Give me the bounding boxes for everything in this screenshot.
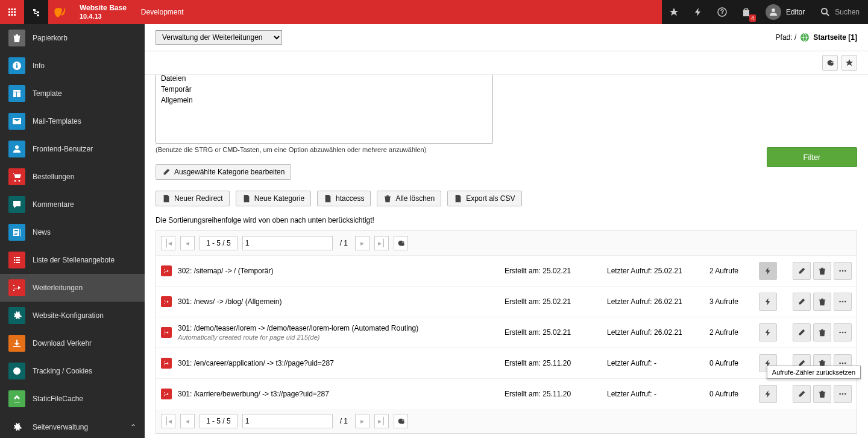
next-page-icon[interactable]: ▸ (355, 236, 370, 250)
news-icon (8, 224, 25, 241)
row-created: Erstellt am: 25.11.20 (505, 359, 601, 367)
first-page-icon[interactable]: ⎮◂ (161, 414, 175, 428)
main: DateienTemporärAllgemein (Benutze die ST… (145, 75, 868, 438)
gear-icon (8, 419, 25, 436)
help-icon[interactable] (710, 0, 734, 24)
row-lasthit: Letzter Aufruf: - (607, 359, 703, 367)
edit-category-button[interactable]: Ausgewählte Kategorie bearbeiten (156, 164, 291, 180)
redirect-item-icon (161, 265, 172, 276)
row-title: 301: /demo/teaser/lorem -> /demo/teaser/… (178, 324, 498, 341)
edit-button[interactable] (793, 262, 811, 280)
sidebar-item-download[interactable]: Download Verkehr (0, 329, 145, 357)
row-hits: 3 Aufrufe (709, 297, 753, 306)
page-tree-icon[interactable] (24, 0, 48, 24)
sidebar-item-redirect[interactable]: Weiterleitungen (0, 274, 145, 302)
cookie-icon (8, 363, 25, 379)
sidebar-item-cookie[interactable]: Tracking / Cookies (0, 357, 145, 385)
reset-counter-button[interactable] (759, 262, 777, 280)
reset-counter-button[interactable] (759, 323, 777, 341)
page-input[interactable] (242, 236, 333, 250)
list-icon (8, 252, 25, 268)
doc-actions (145, 51, 868, 75)
reset-counter-button[interactable] (759, 385, 777, 403)
next-page-icon[interactable]: ▸ (355, 414, 370, 428)
prev-page-icon[interactable]: ◂ (180, 236, 195, 250)
refresh-icon[interactable] (394, 236, 408, 250)
sidebar-item-label: Bestellungen (33, 173, 74, 181)
template-icon (8, 85, 25, 102)
sidebar-section[interactable]: Seitenverwaltung⌃ (0, 413, 145, 438)
sidebar-item-news[interactable]: News (0, 218, 145, 246)
edit-button[interactable] (793, 385, 811, 403)
first-page-icon[interactable]: ⎮◂ (161, 236, 175, 250)
listbox-option[interactable]: Allgemein (156, 95, 492, 106)
notifications-icon[interactable]: 4 (734, 0, 758, 24)
sidebar-item-cache[interactable]: StaticFileCache (0, 385, 145, 413)
cache-flush-icon[interactable] (686, 0, 710, 24)
sidebar-item-info[interactable]: Info (0, 52, 145, 80)
sidebar-item-list[interactable]: Liste der Stellenangebote (0, 246, 145, 274)
new-redirect-button[interactable]: Neuer Redirect (156, 191, 230, 206)
refresh-icon[interactable] (394, 414, 408, 428)
row-title: 302: /sitemap/ -> / (Temporär) (178, 267, 498, 275)
row-actions (759, 262, 852, 280)
edit-button[interactable] (793, 293, 811, 311)
sidebar-item-label: StaticFileCache (33, 395, 83, 403)
bookmark-icon[interactable] (662, 0, 686, 24)
sort-note: Die Sortierungsreihenfolge wird von oben… (156, 216, 857, 224)
pager-range: 1 - 5 / 5 (200, 236, 237, 250)
delete-button[interactable] (813, 293, 831, 311)
more-button[interactable] (834, 323, 852, 341)
sidebar-item-comment[interactable]: Kommentare (0, 191, 145, 218)
listbox-option[interactable]: Dateien (156, 75, 492, 84)
sidebar-item-label: Template (33, 89, 62, 98)
export-csv-button[interactable]: Export als CSV (447, 191, 521, 206)
row-actions (759, 293, 852, 311)
sidebar-item-mail[interactable]: Mail-Templates (0, 107, 145, 135)
sidebar-item-template[interactable]: Template (0, 80, 145, 107)
topbar: Website Base 10.4.13 Development 4 Edito… (0, 0, 868, 24)
row-lasthit: Letzter Aufruf: 26.02.21 (607, 297, 703, 306)
delete-all-button[interactable]: Alle löschen (377, 191, 441, 206)
sidebar-item-label: News (33, 228, 51, 236)
module-dropdown[interactable]: Verwaltung der Weiterleitungen (156, 30, 282, 45)
user-menu[interactable]: Editor (758, 0, 812, 24)
user-label: Editor (786, 8, 805, 16)
edit-button[interactable] (793, 323, 811, 341)
site-name: Website Base (80, 4, 127, 12)
delete-button[interactable] (813, 385, 831, 403)
sidebar-item-config[interactable]: Website-Konfiguration (0, 302, 145, 329)
sidebar-item-cart[interactable]: Bestellungen (0, 163, 145, 191)
prev-page-icon[interactable]: ◂ (180, 414, 195, 428)
row-lasthit: Letzter Aufruf: 26.02.21 (607, 328, 703, 337)
reload-icon[interactable] (822, 55, 838, 71)
sidebar-item-user[interactable]: Frontend-Benutzer (0, 135, 145, 163)
pager-bottom: ⎮◂ ◂ 1 - 5 / 5 / 1 ▸ ▸⎮ (156, 409, 857, 433)
row-created: Erstellt am: 25.11.20 (505, 390, 601, 398)
last-page-icon[interactable]: ▸⎮ (374, 236, 389, 250)
row-title: 301: /en/career/application/ -> t3://pag… (178, 359, 498, 367)
listbox-option[interactable]: Temporär (156, 84, 492, 95)
bookmark-page-icon[interactable] (841, 55, 857, 71)
avatar-icon (766, 4, 781, 20)
filter-button[interactable]: Filter (767, 147, 857, 167)
search-button[interactable]: Suchen (812, 0, 868, 24)
new-category-button[interactable]: Neue Kategorie (236, 191, 311, 206)
page-input[interactable] (242, 414, 333, 428)
last-page-icon[interactable]: ▸⎮ (374, 414, 389, 428)
app-switcher-icon[interactable] (0, 0, 24, 24)
category-listbox[interactable]: DateienTemporärAllgemein (156, 75, 493, 144)
more-button[interactable] (834, 385, 852, 403)
delete-button[interactable] (813, 262, 831, 280)
sidebar-item-trash[interactable]: Papierkorb (0, 24, 145, 52)
row-hits: 0 Aufrufe (709, 359, 753, 367)
table-row: 302: /sitemap/ -> / (Temporär) Erstellt … (156, 255, 857, 286)
delete-button[interactable] (813, 323, 831, 341)
htaccess-button[interactable]: htaccess (317, 191, 371, 206)
reset-counter-button[interactable] (759, 293, 777, 311)
globe-icon (800, 33, 810, 42)
redirect-item-icon (161, 358, 172, 369)
more-button[interactable] (834, 293, 852, 311)
context-label: Development (134, 8, 191, 16)
more-button[interactable] (834, 262, 852, 280)
